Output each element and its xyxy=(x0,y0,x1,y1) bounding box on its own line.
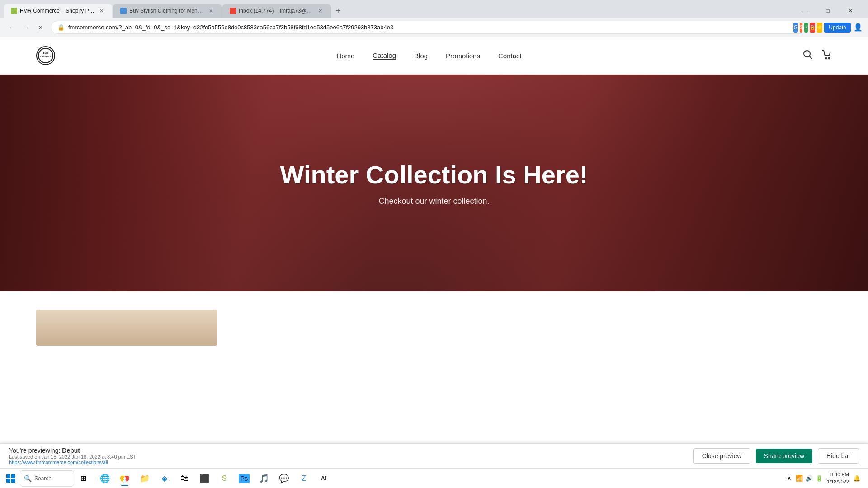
nav-home[interactable]: Home xyxy=(336,52,354,60)
svg-line-4 xyxy=(809,56,812,59)
reload-button[interactable]: ✕ xyxy=(34,21,47,34)
nav-promotions[interactable]: Promotions xyxy=(446,52,480,60)
address-bar-row: ← → ✕ 🔒 fmrcommerce.com/?_ab=0&_fd=0&_sc… xyxy=(0,18,868,37)
hero-content: Winter Collection Is Here! Checkout our … xyxy=(280,160,588,206)
svg-point-6 xyxy=(828,57,830,59)
tab-3-favicon xyxy=(230,8,236,14)
hero-title: Winter Collection Is Here! xyxy=(280,160,588,189)
new-tab-button[interactable]: + xyxy=(332,5,344,17)
tab-2[interactable]: Buy Stylish Clothing for Men | Fr... ✕ xyxy=(113,4,222,18)
extensions-area: G S ✓ 🔒 ⭐ P ▶ ⚙ xyxy=(811,22,821,33)
svg-text:FMR: FMR xyxy=(43,52,48,55)
url-text: fmrcommerce.com/?_ab=0&_fd=0&_sc=1&key=d… xyxy=(68,24,800,31)
forward-button[interactable]: → xyxy=(20,21,33,34)
tab-2-close[interactable]: ✕ xyxy=(207,7,214,14)
tab-3-close[interactable]: ✕ xyxy=(316,7,324,14)
ext-icon-1[interactable]: G xyxy=(793,23,797,33)
tab-1-favicon xyxy=(11,8,17,14)
address-bar[interactable]: 🔒 fmrcommerce.com/?_ab=0&_fd=0&_sc=1&key… xyxy=(51,21,807,34)
maximize-button[interactable]: □ xyxy=(817,4,838,18)
header-icons xyxy=(803,50,832,62)
site-nav: Home Catalog Blog Promotions Contact xyxy=(336,52,521,60)
minimize-button[interactable]: — xyxy=(795,4,816,18)
browser-window: FMR Commerce – Shopify Paym... ✕ Buy Sty… xyxy=(0,0,868,364)
tab-3-title: Inbox (14,774) – fmraja73@gmai... xyxy=(239,8,314,14)
window-controls: — □ ✕ xyxy=(795,4,864,18)
tab-bar: FMR Commerce – Shopify Paym... ✕ Buy Sty… xyxy=(0,0,868,18)
nav-blog[interactable]: Blog xyxy=(414,52,428,60)
website-content: FMR COMMERCE Home Catalog Blog Promotion… xyxy=(0,37,868,364)
browser-extensions: G S ✓ 🔒 ⭐ P ▶ ⚙ Update 👤 xyxy=(811,22,863,33)
product-image-preview xyxy=(36,310,217,346)
nav-contact[interactable]: Contact xyxy=(498,52,522,60)
ext-icon-5[interactable]: ⭐ xyxy=(817,23,822,33)
svg-text:COMMERCE: COMMERCE xyxy=(40,56,51,58)
tab-1-title: FMR Commerce – Shopify Paym... xyxy=(20,8,95,14)
nav-catalog[interactable]: Catalog xyxy=(373,52,396,60)
logo-area[interactable]: FMR COMMERCE xyxy=(36,46,55,65)
ext-icon-3[interactable]: ✓ xyxy=(804,23,808,33)
profile-icon[interactable]: 👤 xyxy=(854,23,863,32)
nav-buttons: ← → ✕ xyxy=(5,21,47,34)
tab-2-title: Buy Stylish Clothing for Men | Fr... xyxy=(129,8,204,14)
hero-section: Winter Collection Is Here! Checkout our … xyxy=(0,75,868,291)
back-button[interactable]: ← xyxy=(5,21,18,34)
tab-1-close[interactable]: ✕ xyxy=(98,7,105,14)
hero-subtitle: Checkout our winter collection. xyxy=(280,197,588,206)
tab-3[interactable]: Inbox (14,774) – fmraja73@gmai... ✕ xyxy=(222,4,331,18)
ext-icon-2[interactable]: S xyxy=(800,23,803,33)
search-icon[interactable] xyxy=(803,50,813,62)
product-section xyxy=(0,291,868,364)
tab-1[interactable]: FMR Commerce – Shopify Paym... ✕ xyxy=(4,4,112,18)
tab-2-favicon xyxy=(120,8,127,14)
close-button[interactable]: ✕ xyxy=(840,4,861,18)
logo-circle: FMR COMMERCE xyxy=(36,46,55,65)
ext-icon-4[interactable]: 🔒 xyxy=(810,23,815,33)
site-header: FMR COMMERCE Home Catalog Blog Promotion… xyxy=(0,37,868,75)
svg-point-5 xyxy=(825,57,826,59)
update-button[interactable]: Update xyxy=(824,23,851,33)
cart-icon[interactable] xyxy=(822,50,832,62)
svg-point-3 xyxy=(804,51,810,57)
